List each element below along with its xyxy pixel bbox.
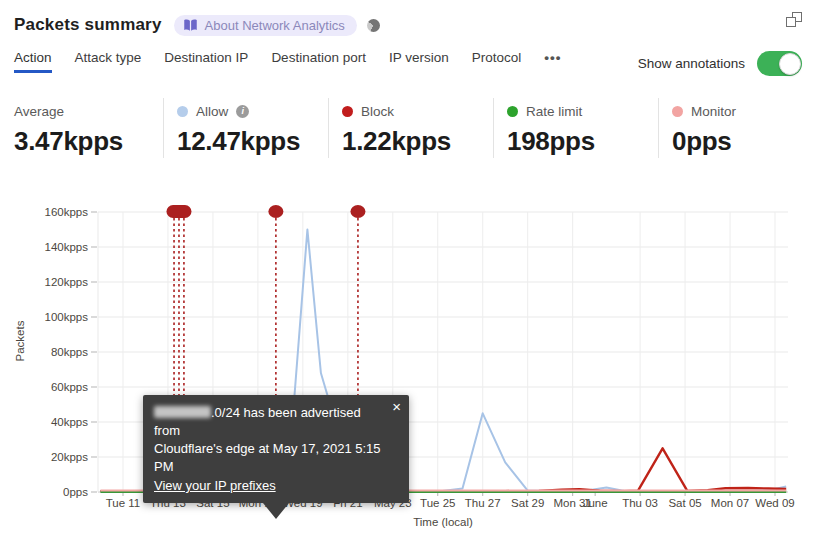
book-icon (183, 19, 198, 32)
x-tick-label: Sat 05 (668, 497, 701, 509)
x-axis-title: Time (local) (343, 516, 543, 528)
x-tick-label: Tue 11 (106, 497, 141, 509)
annotation-marker-dot[interactable] (350, 205, 365, 218)
monitor-color-dot (672, 106, 683, 117)
toggle-knob (779, 53, 801, 75)
y-tick-label: 40kpps (51, 416, 88, 428)
y-axis-title: Packets (14, 301, 26, 381)
page-title: Packets summary (14, 15, 162, 35)
stat-value: 198pps (507, 126, 658, 157)
show-annotations-toggle[interactable] (757, 51, 802, 76)
stat-rate-limit: Rate limit 198pps (493, 98, 658, 158)
stat-label: Monitor (691, 104, 736, 119)
tooltip-line-1: .0/24 has been advertised from (154, 404, 383, 440)
y-tick-label: 120kpps (45, 276, 89, 288)
redacted-prefix (154, 406, 211, 418)
block-color-dot (342, 106, 353, 117)
stat-block: Block 1.22kpps (328, 98, 493, 158)
y-tick-label: 0pps (63, 486, 88, 498)
x-tick-label: Wed 09 (755, 497, 794, 509)
tab-ip-version[interactable]: IP version (389, 50, 449, 73)
x-tick-label: Mon 07 (711, 497, 749, 509)
info-icon[interactable]: i (236, 105, 249, 118)
y-tick-label: 60kpps (51, 381, 88, 393)
tab-destination-port[interactable]: Destination port (271, 50, 366, 73)
packets-chart: 0pps20kpps40kpps60kpps80kpps100kpps120kp… (0, 190, 816, 545)
x-tick-label: June (583, 497, 608, 509)
view-ip-prefixes-link[interactable]: View your IP prefixes (154, 477, 276, 495)
x-tick-label: Sat 29 (511, 497, 544, 509)
stat-allow: Allow i 12.47kpps (163, 98, 328, 158)
tab-destination-ip[interactable]: Destination IP (164, 50, 248, 73)
y-tick-label: 20kpps (51, 451, 88, 463)
annotation-tooltip: × .0/24 has been advertised from Cloudfl… (143, 395, 409, 503)
open-window-icon[interactable] (786, 12, 802, 27)
tab-bar: Action Attack type Destination IP Destin… (14, 50, 802, 82)
tabs-more-button[interactable]: ••• (544, 50, 561, 73)
tooltip-caret (263, 503, 289, 519)
annotation-marker-pill[interactable] (166, 205, 191, 218)
stat-value: 0pps (672, 126, 816, 157)
stat-label: Block (361, 104, 394, 119)
tab-protocol[interactable]: Protocol (472, 50, 522, 73)
badge-label: About Network Analytics (205, 18, 345, 33)
usage-pie-icon (367, 19, 380, 32)
stat-value: 3.47kpps (14, 126, 163, 157)
stat-value: 12.47kpps (177, 126, 328, 157)
stat-value: 1.22kpps (342, 126, 493, 157)
stat-label: Average (14, 104, 64, 119)
y-tick-label: 140kpps (45, 241, 89, 253)
tooltip-close-icon[interactable]: × (392, 398, 401, 416)
y-tick-label: 100kpps (45, 311, 89, 323)
tab-attack-type[interactable]: Attack type (75, 50, 142, 73)
y-tick-label: 160kpps (45, 206, 89, 218)
annotation-marker-dot[interactable] (268, 205, 283, 218)
about-network-analytics-badge[interactable]: About Network Analytics (174, 15, 357, 36)
show-annotations-label: Show annotations (638, 56, 745, 71)
allow-color-dot (177, 106, 188, 117)
stat-label: Rate limit (526, 104, 582, 119)
stats-row: Average 3.47kpps Allow i 12.47kpps Block… (14, 98, 816, 158)
x-tick-label: Thu 27 (465, 497, 501, 509)
stat-label: Allow (196, 104, 228, 119)
tab-action[interactable]: Action (14, 50, 52, 73)
y-tick-label: 80kpps (51, 346, 88, 358)
stat-average: Average 3.47kpps (14, 98, 163, 158)
header: Packets summary About Network Analytics (14, 10, 802, 40)
x-tick-label: Tue 25 (420, 497, 455, 509)
stat-monitor: Monitor 0pps (658, 98, 816, 158)
tooltip-line-2: Cloudflare's edge at May 17, 2021 5:15 P… (154, 440, 383, 476)
rate-limit-color-dot (507, 106, 518, 117)
x-tick-label: Thu 03 (622, 497, 658, 509)
